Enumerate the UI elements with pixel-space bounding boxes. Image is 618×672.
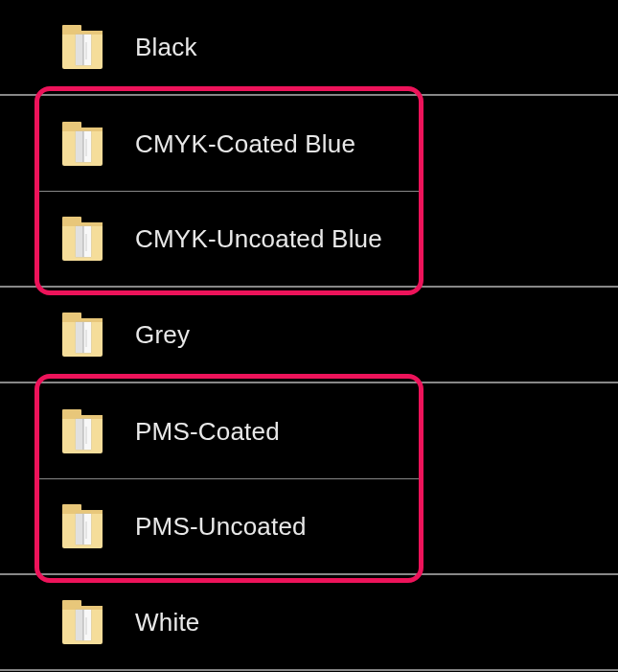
folder-icon: [62, 118, 114, 170]
list-item[interactable]: PMS-Coated: [0, 383, 618, 479]
list-item[interactable]: PMS-Uncoated: [0, 479, 618, 575]
list-item[interactable]: CMYK-Uncoated Blue: [0, 192, 618, 288]
folder-icon: [62, 213, 114, 265]
folder-label: Grey: [135, 320, 190, 350]
folder-list: Black CMYK-Coated Blue CMYK-Uncoated Blu…: [0, 0, 618, 671]
list-item[interactable]: White: [0, 575, 618, 671]
folder-label: CMYK-Uncoated Blue: [135, 224, 382, 254]
row-divider: [39, 478, 419, 479]
list-item[interactable]: Grey: [0, 288, 618, 383]
folder-icon: [62, 406, 114, 457]
row-divider: [39, 191, 419, 192]
folder-label: PMS-Uncoated: [135, 512, 307, 542]
folder-label: PMS-Coated: [135, 417, 280, 447]
folder-icon: [62, 309, 114, 360]
folder-icon: [62, 596, 114, 648]
folder-label: White: [135, 608, 199, 637]
list-item[interactable]: Black: [0, 0, 618, 96]
folder-icon: [62, 500, 114, 552]
list-item[interactable]: CMYK-Coated Blue: [0, 96, 618, 192]
folder-label: CMYK-Coated Blue: [135, 129, 355, 159]
folder-label: Black: [135, 33, 197, 62]
folder-icon: [62, 21, 114, 73]
